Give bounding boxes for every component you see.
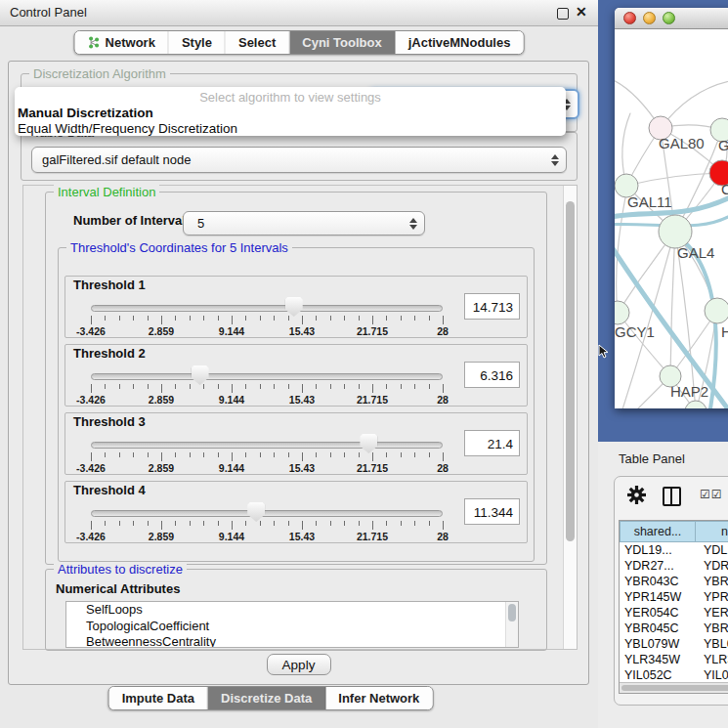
- table-row[interactable]: YPR145WYPR1: [620, 589, 728, 605]
- slider-track[interactable]: [91, 510, 443, 517]
- slider-thumb[interactable]: [192, 365, 209, 385]
- column-header-name[interactable]: na: [696, 521, 728, 542]
- dropdown-placeholder-item[interactable]: Select algorithm to view settings: [15, 90, 566, 106]
- slider-thumb[interactable]: [360, 434, 377, 453]
- table-row[interactable]: YLR345WYLR3: [620, 652, 728, 667]
- close-traffic-light-icon[interactable]: [623, 12, 636, 24]
- threshold-value-field[interactable]: 14.713: [464, 293, 520, 320]
- attribute-list-item[interactable]: SelfLoops: [66, 602, 518, 619]
- threshold-box: Threshold 2-3.4262.8599.14415.4321.71528…: [64, 344, 528, 407]
- network-node-gcy1[interactable]: [615, 301, 629, 324]
- table-cell-name[interactable]: YBL0: [696, 636, 728, 652]
- tick-mark: [401, 384, 402, 389]
- threshold-slider[interactable]: -3.4262.8599.14415.4321.71528: [65, 345, 458, 406]
- table-cell-name[interactable]: YBR0: [696, 621, 728, 636]
- tab-infer-network[interactable]: Infer Network: [325, 687, 432, 709]
- table-cell-name[interactable]: YPR1: [696, 589, 728, 605]
- slider-thumb[interactable]: [247, 502, 265, 522]
- apply-button[interactable]: Apply: [267, 654, 331, 675]
- table-cell-shared-name[interactable]: YDR27...: [620, 558, 696, 574]
- table-cell-shared-name[interactable]: YBL079W: [620, 636, 696, 652]
- table-data-combobox[interactable]: galFiltered.sif default node: [31, 147, 567, 173]
- table-settings-gear-icon[interactable]: [627, 486, 646, 508]
- table-row[interactable]: YBL079WYBL0: [620, 636, 728, 652]
- table-cell-shared-name[interactable]: YBR045C: [620, 621, 696, 636]
- tab-select[interactable]: Select: [226, 31, 289, 54]
- threshold-value-field[interactable]: 6.316: [464, 362, 520, 388]
- attribute-list-item[interactable]: BetweennessCentrality: [66, 634, 518, 648]
- table-cell-name[interactable]: YBR0: [696, 574, 728, 589]
- tick-mark: [218, 452, 219, 457]
- scale-label: -3.426: [76, 325, 106, 337]
- table-row[interactable]: YDL19...YDL1: [620, 542, 728, 558]
- scrollbar-thumb[interactable]: [566, 201, 575, 541]
- table-row[interactable]: YBR043CYBR0: [620, 574, 728, 589]
- table-cell-name[interactable]: YER0: [696, 605, 728, 621]
- table-cell-shared-name[interactable]: YDL19...: [620, 542, 696, 558]
- zoom-traffic-light-icon[interactable]: [663, 12, 675, 24]
- float-window-icon[interactable]: [557, 8, 569, 20]
- minimize-traffic-light-icon[interactable]: [643, 12, 656, 24]
- slider-track[interactable]: [91, 305, 443, 312]
- network-canvas[interactable]: GAL80GACGAL11GAL4GCY1HHAP2: [615, 29, 728, 408]
- scale-label: 9.144: [219, 394, 244, 406]
- network-node-h[interactable]: [705, 298, 728, 323]
- table-row[interactable]: YER054CYER0: [620, 605, 728, 621]
- tab-jactivemnodules[interactable]: jActiveMNodules: [396, 31, 524, 54]
- attribute-list-item[interactable]: TopologicalCoefficient: [66, 619, 518, 635]
- table-horizontal-scrollbar[interactable]: [620, 682, 728, 693]
- table-cell-name[interactable]: YDL1: [696, 542, 728, 558]
- tab-style[interactable]: Style: [169, 31, 226, 54]
- select-all-columns-icon[interactable]: ☑☑: [700, 488, 723, 501]
- tick-mark: [260, 384, 261, 389]
- tick-mark: [232, 452, 233, 461]
- threshold-slider[interactable]: -3.4262.8599.14415.4321.71528: [65, 413, 458, 474]
- number-of-intervals-combobox[interactable]: 5: [183, 211, 425, 236]
- threshold-slider[interactable]: -3.4262.8599.14415.4321.71528: [65, 277, 458, 337]
- table-cell-name[interactable]: YIL0: [696, 667, 728, 681]
- slider-track[interactable]: [91, 442, 443, 449]
- tick-mark: [105, 521, 106, 526]
- scale-label: 2.859: [149, 394, 174, 406]
- table-cell-shared-name[interactable]: YIL052C: [620, 667, 696, 681]
- tab-discretize-data[interactable]: Discretize Data: [208, 687, 325, 709]
- table-row[interactable]: YBR045CYBR0: [620, 621, 728, 636]
- tick-mark: [175, 384, 176, 389]
- threshold-value-field[interactable]: 11.344: [464, 498, 520, 525]
- tab-network[interactable]: Network: [75, 31, 169, 54]
- slider-track[interactable]: [91, 373, 443, 380]
- network-node-gal4[interactable]: [659, 215, 692, 248]
- network-window-titlebar[interactable]: [615, 8, 728, 29]
- settings-vertical-scrollbar[interactable]: [563, 186, 577, 649]
- show-columns-icon[interactable]: [663, 487, 681, 506]
- table-row[interactable]: YIL052CYIL0: [620, 667, 728, 681]
- threshold-value-field[interactable]: 21.4: [464, 430, 520, 456]
- table-cell-name[interactable]: YLR3: [696, 652, 728, 667]
- column-header-shared-name[interactable]: shared...: [620, 521, 696, 542]
- tab-impute-data[interactable]: Impute Data: [109, 687, 208, 709]
- tick-mark: [161, 384, 162, 393]
- table-cell-name[interactable]: YDR2: [696, 558, 728, 574]
- scrollbar-thumb[interactable]: [508, 604, 516, 621]
- slider-thumb[interactable]: [285, 297, 303, 317]
- attributes-list-scrollbar[interactable]: [505, 602, 518, 647]
- tick-mark: [148, 316, 149, 321]
- tick-mark: [148, 521, 149, 526]
- table-cell-shared-name[interactable]: YPR145W: [620, 589, 696, 605]
- tick-mark: [133, 316, 134, 321]
- table-cell-shared-name[interactable]: YER054C: [620, 605, 696, 621]
- dropdown-item-manual-discretization[interactable]: Manual Discretization: [15, 106, 566, 121]
- scrollbar-thumb[interactable]: [621, 685, 728, 691]
- tick-mark: [386, 521, 387, 526]
- table-cell-shared-name[interactable]: YLR345W: [620, 652, 696, 667]
- threshold-slider[interactable]: -3.4262.8599.14415.4321.71528: [65, 482, 458, 542]
- close-icon[interactable]: ✕: [576, 4, 587, 20]
- tab-cyni-toolbox[interactable]: Cyni Toolbox: [289, 31, 395, 54]
- tick-mark: [161, 316, 162, 324]
- tick-mark: [316, 316, 317, 321]
- table-cell-shared-name[interactable]: YBR043C: [620, 574, 696, 589]
- tick-mark: [302, 316, 303, 324]
- dropdown-item-equal-width-frequency[interactable]: Equal Width/Frequency Discretization: [15, 121, 566, 137]
- table-data-combobox-value: galFiltered.sif default node: [42, 148, 191, 172]
- table-row[interactable]: YDR27...YDR2: [620, 558, 728, 574]
